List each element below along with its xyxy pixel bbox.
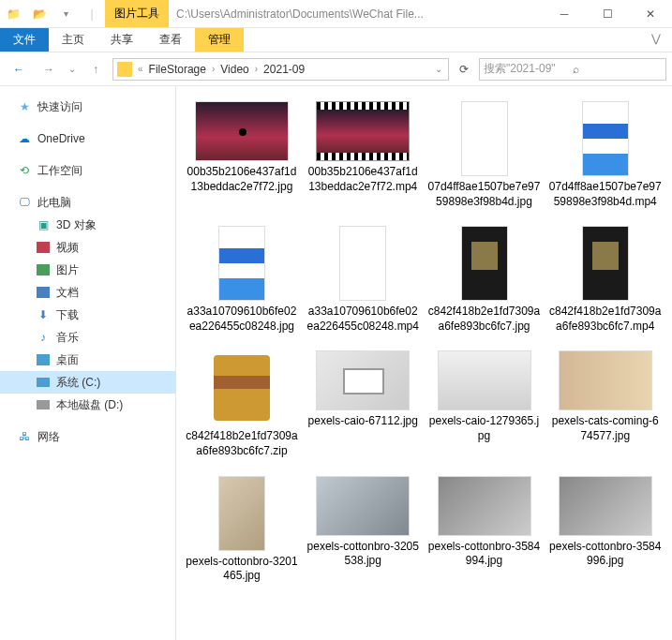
minimize-button[interactable]: ─ bbox=[543, 0, 586, 27]
sidebar-item-network[interactable]: 🖧 网络 bbox=[0, 425, 175, 448]
breadcrumb-item[interactable]: FileStorage bbox=[147, 63, 208, 76]
window-controls: ─ ☐ ✕ bbox=[543, 0, 672, 27]
chevron-left-icon[interactable]: « bbox=[136, 64, 145, 74]
up-button[interactable]: ↑ bbox=[82, 57, 109, 82]
document-icon bbox=[36, 285, 51, 300]
context-tab-label: 图片工具 bbox=[114, 6, 159, 22]
file-item[interactable]: 07d4ff8ae1507be7e9759898e3f98b4d.mp4 bbox=[549, 101, 662, 209]
picture-icon bbox=[36, 262, 51, 277]
sidebar-item-label: 视频 bbox=[56, 240, 79, 256]
file-name: pexels-cottonbro-3205538.jpg bbox=[306, 540, 419, 569]
file-item[interactable]: 07d4ff8ae1507be7e9759898e3f98b4d.jpg bbox=[428, 101, 541, 209]
file-name: 07d4ff8ae1507be7e9759898e3f98b4d.jpg bbox=[428, 180, 541, 209]
file-item[interactable]: c842f418b2e1fd7309aa6fe893bc6fc7.jpg bbox=[428, 226, 541, 334]
file-grid: 00b35b2106e437af1d13beddac2e7f72.jpg00b3… bbox=[176, 86, 672, 640]
network-icon: 🖧 bbox=[17, 429, 32, 444]
search-input[interactable]: 搜索"2021-09" ⌕ bbox=[479, 58, 666, 81]
tab-home[interactable]: 主页 bbox=[49, 28, 97, 52]
file-name: pexels-cats-coming-674577.jpg bbox=[549, 414, 662, 443]
sidebar-item[interactable]: ⬇下载 bbox=[0, 304, 175, 326]
file-item[interactable]: c842f418b2e1fd7309aa6fe893bc6fc7.mp4 bbox=[549, 226, 662, 334]
sidebar-item-label: 下载 bbox=[56, 307, 79, 323]
sidebar-item[interactable]: 图片 bbox=[0, 259, 175, 281]
divider: | bbox=[81, 4, 103, 24]
sidebar-item[interactable]: 桌面 bbox=[0, 349, 175, 371]
star-icon: ★ bbox=[17, 99, 32, 114]
file-item[interactable]: pexels-caio-67112.jpg bbox=[306, 350, 419, 458]
recent-dropdown[interactable]: ⌄ bbox=[66, 57, 79, 82]
back-button[interactable]: ← bbox=[6, 57, 32, 82]
file-item[interactable]: pexels-cottonbro-3205538.jpg bbox=[306, 476, 419, 584]
dropdown-icon[interactable]: ⌄ bbox=[433, 64, 444, 74]
sidebar-item-label: 文档 bbox=[56, 285, 79, 301]
close-button[interactable]: ✕ bbox=[629, 0, 672, 27]
context-tab-header: 图片工具 bbox=[105, 0, 169, 27]
file-name: 00b35b2106e437af1d13beddac2e7f72.mp4 bbox=[306, 165, 419, 194]
sidebar-item-label: 工作空间 bbox=[37, 163, 82, 179]
navigation-pane: ★ 快速访问 ☁ OneDrive ⟲ 工作空间 🖵 此电脑 ▣3D 对象视频图… bbox=[0, 86, 176, 640]
cube-icon: ▣ bbox=[36, 217, 51, 232]
maximize-button[interactable]: ☐ bbox=[586, 0, 629, 27]
file-name: 00b35b2106e437af1d13beddac2e7f72.jpg bbox=[186, 165, 298, 194]
sidebar-item-label: 系统 (C:) bbox=[56, 375, 100, 391]
refresh-button[interactable]: ⟳ bbox=[453, 63, 475, 76]
sidebar-item[interactable]: 本地磁盘 (D:) bbox=[0, 394, 175, 416]
sidebar-item-onedrive[interactable]: ☁ OneDrive bbox=[0, 127, 175, 150]
tab-share[interactable]: 共享 bbox=[97, 28, 146, 52]
tab-file[interactable]: 文件 bbox=[0, 28, 49, 52]
file-name: pexels-cottonbro-3201465.jpg bbox=[186, 555, 298, 584]
search-icon[interactable]: ⌕ bbox=[573, 63, 662, 76]
file-item[interactable]: pexels-caio-1279365.jpg bbox=[428, 350, 541, 458]
desktop-icon bbox=[36, 352, 51, 367]
file-name: pexels-cottonbro-3584996.jpg bbox=[549, 540, 662, 569]
sidebar-item[interactable]: ▣3D 对象 bbox=[0, 214, 175, 236]
ribbon-expand-icon[interactable]: ⋁ bbox=[640, 28, 672, 52]
file-name: c842f418b2e1fd7309aa6fe893bc6fc7.mp4 bbox=[549, 305, 662, 334]
sidebar-item-label: 图片 bbox=[56, 262, 79, 278]
tab-manage[interactable]: 管理 bbox=[195, 28, 244, 52]
forward-button[interactable]: → bbox=[36, 57, 62, 82]
file-item[interactable]: 00b35b2106e437af1d13beddac2e7f72.jpg bbox=[186, 101, 298, 209]
ribbon-tabs: 文件 主页 共享 查看 管理 ⋁ bbox=[0, 28, 672, 52]
sync-icon: ⟲ bbox=[17, 163, 32, 178]
file-item[interactable]: c842f418b2e1fd7309aa6fe893bc6fc7.zip bbox=[186, 350, 298, 458]
file-item[interactable]: a33a10709610b6fe02ea226455c08248.mp4 bbox=[306, 226, 419, 334]
file-name: pexels-caio-1279365.jpg bbox=[428, 414, 541, 443]
sidebar-item-this-pc[interactable]: 🖵 此电脑 bbox=[0, 191, 175, 214]
sidebar-item-label: 此电脑 bbox=[37, 195, 71, 211]
breadcrumb-item[interactable]: 2021-09 bbox=[261, 63, 306, 76]
tab-view[interactable]: 查看 bbox=[146, 28, 195, 52]
file-name: pexels-caio-67112.jpg bbox=[308, 414, 418, 429]
breadcrumb-item[interactable]: Video bbox=[218, 63, 250, 76]
breadcrumb[interactable]: « FileStorage › Video › 2021-09 ⌄ bbox=[112, 58, 449, 81]
folder-icon[interactable]: 📁 bbox=[2, 4, 24, 24]
sidebar-item[interactable]: ♪音乐 bbox=[0, 326, 175, 349]
sidebar-item[interactable]: 视频 bbox=[0, 236, 175, 259]
file-item[interactable]: pexels-cottonbro-3201465.jpg bbox=[186, 476, 298, 584]
sidebar-item[interactable]: 文档 bbox=[0, 281, 175, 304]
music-icon: ♪ bbox=[36, 330, 51, 345]
folder-open-icon[interactable]: 📂 bbox=[28, 4, 51, 24]
file-name: c842f418b2e1fd7309aa6fe893bc6fc7.zip bbox=[186, 429, 298, 458]
download-icon: ⬇ bbox=[36, 307, 51, 322]
file-item[interactable]: pexels-cottonbro-3584994.jpg bbox=[428, 476, 541, 584]
file-item[interactable]: a33a10709610b6fe02ea226455c08248.jpg bbox=[186, 226, 298, 334]
sidebar-item-label: 本地磁盘 (D:) bbox=[56, 397, 123, 413]
qat-dropdown-icon[interactable]: ▾ bbox=[54, 4, 77, 24]
navigation-bar: ← → ⌄ ↑ « FileStorage › Video › 2021-09 … bbox=[0, 52, 672, 86]
file-name: 07d4ff8ae1507be7e9759898e3f98b4d.mp4 bbox=[549, 180, 662, 209]
sidebar-item-quick-access[interactable]: ★ 快速访问 bbox=[0, 96, 175, 118]
drive-icon bbox=[36, 397, 51, 412]
window-title-path: C:\Users\Administrator\Documents\WeChat … bbox=[169, 7, 543, 21]
file-item[interactable]: 00b35b2106e437af1d13beddac2e7f72.mp4 bbox=[306, 101, 419, 209]
file-name: a33a10709610b6fe02ea226455c08248.jpg bbox=[186, 305, 298, 334]
sidebar-item-workspace[interactable]: ⟲ 工作空间 bbox=[0, 159, 175, 182]
file-item[interactable]: pexels-cottonbro-3584996.jpg bbox=[549, 476, 662, 584]
sidebar-item-label: 3D 对象 bbox=[56, 217, 97, 233]
file-name: pexels-cottonbro-3584994.jpg bbox=[428, 540, 541, 569]
sidebar-item[interactable]: 系统 (C:) bbox=[0, 371, 175, 394]
quick-access-toolbar: 📁 📂 ▾ | bbox=[0, 0, 105, 27]
file-item[interactable]: pexels-cats-coming-674577.jpg bbox=[549, 350, 662, 458]
chevron-right-icon: › bbox=[253, 64, 260, 74]
sidebar-item-label: 快速访问 bbox=[37, 99, 82, 115]
